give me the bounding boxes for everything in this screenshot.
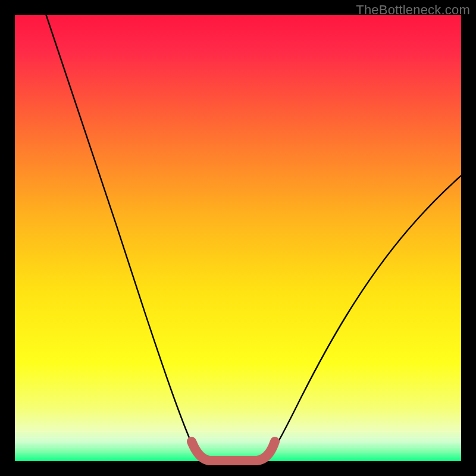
plot-area xyxy=(15,15,461,461)
watermark-text: TheBottleneck.com xyxy=(356,2,470,18)
chart-frame: TheBottleneck.com xyxy=(0,0,476,476)
chart-svg xyxy=(0,0,476,476)
